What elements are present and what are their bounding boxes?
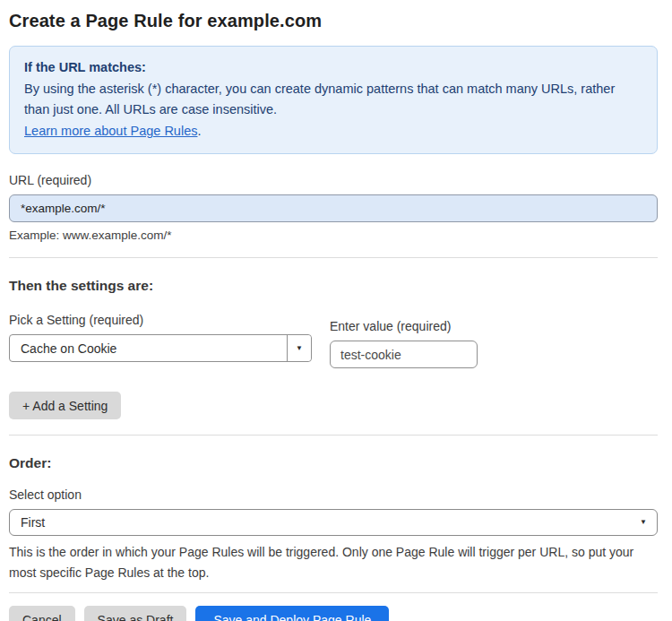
pick-setting-dropdown-button[interactable]: ▼ — [287, 335, 311, 361]
order-help-text: This is the order in which your Page Rul… — [9, 542, 647, 583]
divider — [9, 257, 658, 258]
page-title: Create a Page Rule for example.com — [9, 11, 658, 31]
url-input[interactable] — [9, 194, 658, 222]
url-match-info-box: If the URL matches: By using the asteris… — [9, 46, 658, 154]
pick-setting-selected-value: Cache on Cookie — [10, 335, 287, 361]
order-select-label: Select option — [9, 487, 658, 502]
order-select-dropdown[interactable]: First ▼ — [9, 509, 658, 536]
pick-setting-column: Pick a Setting (required) Cache on Cooki… — [9, 313, 312, 362]
link-suffix: . — [197, 124, 201, 138]
learn-more-link[interactable]: Learn more about Page Rules — [24, 124, 197, 138]
info-box-body: By using the asterisk (*) character, you… — [24, 79, 642, 120]
save-as-draft-button[interactable]: Save as Draft — [84, 606, 187, 621]
add-setting-button[interactable]: + Add a Setting — [9, 392, 121, 419]
cancel-button[interactable]: Cancel — [9, 606, 75, 621]
dropdown-arrow-icon: ▼ — [296, 345, 303, 352]
settings-section-heading: Then the settings are: — [9, 278, 658, 294]
info-box-heading: If the URL matches: — [24, 57, 642, 78]
create-page-rule-form: Create a Page Rule for example.com If th… — [0, 0, 672, 621]
pick-setting-label: Pick a Setting (required) — [9, 313, 312, 327]
enter-value-label: Enter value (required) — [330, 319, 478, 333]
pick-setting-dropdown[interactable]: Cache on Cookie ▼ — [9, 334, 312, 362]
divider — [9, 435, 658, 436]
footer-button-row: Cancel Save as Draft Save and Deploy Pag… — [9, 606, 658, 621]
save-and-deploy-button[interactable]: Save and Deploy Page Rule — [195, 606, 389, 621]
settings-row: Pick a Setting (required) Cache on Cooki… — [9, 313, 658, 368]
url-example-text: Example: www.example.com/* — [9, 229, 658, 242]
info-box-link-line: Learn more about Page Rules. — [24, 121, 642, 142]
order-section-heading: Order: — [9, 455, 658, 471]
enter-value-column: Enter value (required) — [330, 319, 478, 368]
setting-value-input[interactable] — [330, 341, 478, 368]
order-selected-value: First — [21, 515, 45, 530]
url-field-label: URL (required) — [9, 173, 658, 187]
chevron-down-icon: ▼ — [640, 519, 647, 526]
divider — [9, 592, 658, 593]
